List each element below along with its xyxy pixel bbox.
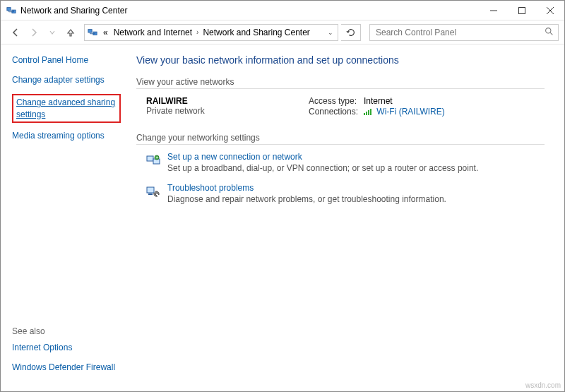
troubleshoot-icon [146, 184, 160, 198]
divider [136, 88, 545, 89]
recent-dropdown-icon[interactable] [44, 25, 60, 40]
network-type: Private network [146, 106, 309, 116]
setup-connection-desc: Set up a broadband, dial-up, or VPN conn… [167, 163, 478, 173]
sidebar-change-adapter[interactable]: Change adapter settings [12, 74, 121, 85]
breadcrumb-prefix: « [100, 28, 111, 37]
setup-connection-link[interactable]: Set up a new connection or network [167, 152, 302, 162]
svg-rect-12 [368, 110, 369, 115]
breadcrumb-separator-icon: › [195, 28, 200, 36]
svg-rect-17 [147, 187, 154, 193]
svg-rect-11 [366, 112, 367, 115]
minimize-button[interactable] [480, 1, 508, 20]
active-networks-label: View your active networks [136, 77, 545, 87]
maximize-button[interactable] [508, 1, 536, 20]
search-icon [545, 27, 554, 38]
sidebar-media-streaming[interactable]: Media streaming options [12, 130, 121, 141]
breadcrumb-network-sharing[interactable]: Network and Sharing Center [200, 28, 312, 37]
forward-button[interactable] [26, 25, 42, 40]
search-input[interactable] [374, 27, 545, 38]
divider [136, 144, 545, 145]
page-heading: View your basic network information and … [136, 54, 545, 66]
troubleshoot-link[interactable]: Troubleshoot problems [167, 183, 254, 193]
sidebar-control-panel-home[interactable]: Control Panel Home [12, 54, 121, 66]
close-button[interactable] [536, 1, 564, 20]
access-type-label: Access type: [309, 96, 364, 106]
search-box[interactable] [369, 24, 559, 41]
sidebar-firewall[interactable]: Windows Defender Firewall [12, 362, 115, 373]
svg-point-8 [546, 28, 551, 32]
address-dropdown-icon[interactable]: ⌄ [323, 29, 338, 36]
svg-rect-10 [364, 113, 365, 115]
window-title: Network and Sharing Center [20, 6, 127, 16]
change-settings-label: Change your networking settings [136, 133, 545, 143]
app-icon [6, 6, 16, 16]
svg-rect-18 [148, 194, 153, 195]
svg-line-9 [550, 32, 552, 35]
breadcrumb-network-internet[interactable]: Network and Internet [111, 28, 195, 37]
sidebar-seealso-label: See also [12, 326, 121, 336]
svg-rect-3 [519, 7, 525, 13]
setup-connection-icon [146, 153, 160, 167]
refresh-button[interactable] [341, 24, 361, 41]
sidebar-change-advanced-sharing[interactable]: Change advanced sharing settings [16, 97, 117, 119]
svg-rect-14 [147, 156, 153, 161]
access-type-value: Internet [364, 96, 545, 106]
troubleshoot-desc: Diagnose and repair network problems, or… [167, 194, 446, 204]
svg-rect-0 [7, 7, 11, 10]
watermark: wsxdn.com [525, 381, 561, 389]
sidebar-internet-options[interactable]: Internet Options [12, 342, 72, 353]
connection-link[interactable]: Wi-Fi (RAILWIRE) [376, 107, 444, 117]
connections-label: Connections: [309, 107, 364, 117]
wifi-signal-icon [364, 107, 372, 117]
network-name: RAILWIRE [146, 96, 309, 106]
up-button[interactable] [63, 25, 78, 40]
svg-rect-13 [370, 109, 371, 115]
back-button[interactable] [8, 25, 23, 40]
sidebar-highlight: Change advanced sharing settings [12, 94, 121, 122]
svg-point-16 [155, 155, 159, 160]
address-bar-icon [85, 28, 100, 37]
svg-rect-6 [88, 29, 92, 32]
address-bar[interactable]: « Network and Internet › Network and Sha… [84, 24, 338, 41]
